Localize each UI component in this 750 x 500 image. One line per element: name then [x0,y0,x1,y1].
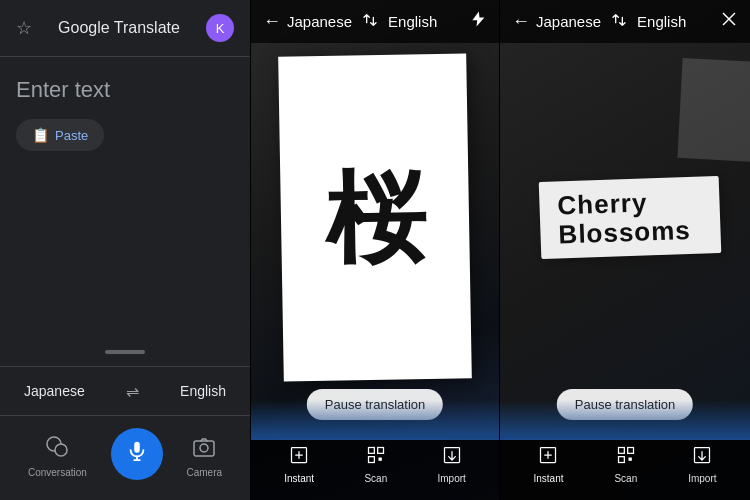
paste-button[interactable]: 📋 Paste [16,119,104,151]
camera-header-2: ← Japanese English [500,0,750,43]
mic-icon [126,440,148,468]
svg-rect-18 [618,457,624,463]
instant-icon [289,445,309,470]
conversation-icon [41,431,73,463]
scan-label: Scan [364,473,387,484]
camera-horizon [251,400,499,440]
svg-point-1 [55,444,67,456]
target-lang-label-2: English [637,13,714,30]
paper-edge [677,58,750,162]
camera-label: Camera [186,467,222,478]
scan-nav-item[interactable]: Scan [364,445,387,484]
svg-rect-11 [378,458,381,461]
kanji-character: 桜 [324,167,426,269]
scan-icon-2 [616,445,636,470]
conversation-label: Conversation [28,467,87,478]
target-language-button[interactable]: English [172,379,234,403]
back-icon-2[interactable]: ← [512,11,530,32]
camera-icon [188,431,220,463]
bottom-navigation: Conversation [0,415,250,500]
svg-rect-10 [368,457,374,463]
camera-bottom-bar-2: Instant Scan Import [500,435,750,500]
app-title: Google Translate [40,19,198,37]
back-icon[interactable]: ← [263,11,281,32]
target-lang-label: English [388,13,463,30]
svg-rect-2 [134,442,140,453]
instant-icon-2 [538,445,558,470]
import-nav-item[interactable]: Import [437,445,465,484]
swap-button-2[interactable] [607,12,631,32]
svg-point-6 [200,444,208,452]
flash-icon[interactable] [469,10,487,33]
flash-icon-2[interactable] [720,10,738,33]
svg-rect-19 [628,458,631,461]
mic-nav-item[interactable] [111,428,163,480]
translation-overlay-card: Cherry Blossoms [539,176,722,259]
app-header: ☆ Google Translate K [0,0,250,56]
camera-horizon-2 [500,400,750,440]
import-icon-2 [692,445,712,470]
svg-rect-9 [377,448,383,454]
scan-label-2: Scan [614,473,637,484]
clipboard-icon: 📋 [32,127,49,143]
language-bar: Japanese ⇌ English [0,366,250,415]
translate-panel: ☆ Google Translate K Enter text 📋 Paste … [0,0,250,500]
scan-icon [366,445,386,470]
camera-header: ← Japanese English [251,0,499,43]
star-icon[interactable]: ☆ [16,17,32,39]
camera-japanese-panel: ← Japanese English 桜 Pause translation [250,0,500,500]
source-language-button[interactable]: Japanese [16,379,93,403]
camera-bottom-bar: Instant Scan Import [251,435,499,500]
camera-translated-panel: ← Japanese English Cherry Blossoms Pause… [500,0,750,500]
conversation-nav-item[interactable]: Conversation [28,431,87,478]
text-input-area[interactable]: Enter text 📋 Paste [0,57,250,350]
instant-label: Instant [284,473,314,484]
translated-text: Cherry Blossoms [557,186,703,248]
import-icon [442,445,462,470]
import-label: Import [437,473,465,484]
instant-nav-item-2[interactable]: Instant [533,445,563,484]
mic-button[interactable] [111,428,163,480]
import-nav-item-2[interactable]: Import [688,445,716,484]
source-lang-label-2: Japanese [536,13,601,30]
svg-rect-17 [627,448,633,454]
avatar[interactable]: K [206,14,234,42]
enter-text-placeholder: Enter text [16,77,234,103]
drag-handle [105,350,145,354]
swap-languages-icon[interactable]: ⇌ [126,382,139,401]
instant-label-2: Instant [533,473,563,484]
scan-nav-item-2[interactable]: Scan [614,445,637,484]
svg-rect-16 [618,448,624,454]
camera-nav-item[interactable]: Camera [186,431,222,478]
kanji-paper-card: 桜 [278,53,472,381]
instant-nav-item[interactable]: Instant [284,445,314,484]
source-lang-label: Japanese [287,13,352,30]
import-label-2: Import [688,473,716,484]
svg-rect-8 [368,448,374,454]
swap-button[interactable] [358,12,382,32]
